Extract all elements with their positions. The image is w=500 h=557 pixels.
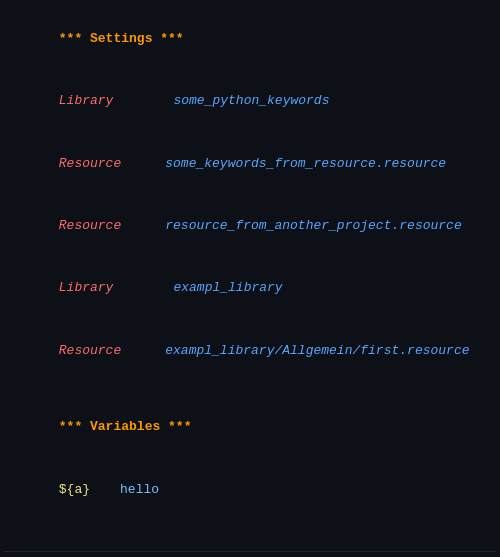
- settings-resource-2: Resourceresource_from_another_project.re…: [4, 195, 496, 257]
- settings-resource-1: Resourcesome_keywords_from_resource.reso…: [4, 133, 496, 195]
- settings-library-1: Librarysome_python_keywords: [4, 70, 496, 132]
- variables-section: *** Variables *** ${a}hello: [4, 396, 496, 521]
- settings-resource-3: Resourceexampl_library/Allgemein/first.r…: [4, 320, 496, 382]
- settings-header: *** Settings ***: [4, 8, 496, 70]
- settings-section: *** Settings *** Librarysome_python_keyw…: [4, 8, 496, 382]
- code-editor: *** Settings *** Librarysome_python_keyw…: [0, 0, 500, 557]
- variables-header: *** Variables ***: [4, 396, 496, 458]
- settings-library-2: Libraryexampl_library: [4, 258, 496, 320]
- divider-1: [4, 551, 496, 552]
- variable-entry-1: ${a}hello: [4, 459, 496, 521]
